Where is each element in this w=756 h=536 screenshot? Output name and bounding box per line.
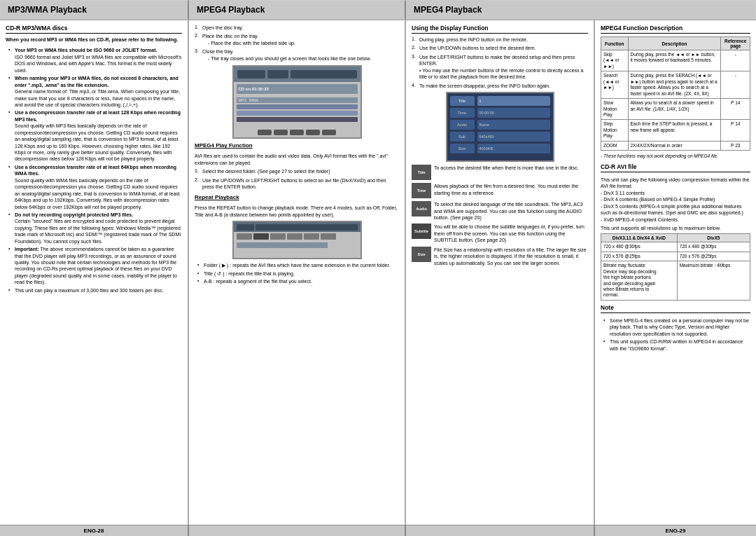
val-audio: Name (477, 120, 550, 130)
footer-bullet-folder: • Folder ( ▶ ) : repeats the AVI files w… (195, 262, 399, 268)
repeat-header: Repeat Playback (195, 194, 399, 200)
headers-row: MP3/WMA Playback MPEG4 Playback MPEG4 Pl… (0, 0, 756, 20)
func-table: Function Description Reference page Skip… (601, 36, 750, 151)
divx-row-1: 720 x 480 @30fps 720 x 480 @30fps (601, 242, 750, 252)
footer-mid1 (189, 525, 406, 536)
mp3-bullet-5-text: Do not try recording copyright protected… (15, 212, 182, 245)
play-function-header: MPEG4 Play Function (195, 142, 399, 149)
cd-avi-text: This unit can play the following video c… (601, 177, 750, 223)
func-row-step: Step Motion Play Each time the STEP butt… (601, 120, 750, 141)
ctrl-btn-3 (290, 130, 304, 135)
display-step-4: 4. To make the screen disappear, press t… (412, 83, 588, 89)
display-screen-container: Title Time Audio Sub Size (412, 92, 588, 162)
icon-title-btn: Title (450, 96, 475, 106)
val-title: 1 (477, 96, 550, 106)
screen-controls (234, 130, 360, 135)
icon-audio-btn: Audio (450, 120, 475, 130)
footer-mid2 (406, 525, 595, 536)
val-size: 4000KB (477, 144, 550, 153)
mp3-bullet-7-text: This unit can play a maximum of 3,000 fi… (15, 287, 182, 294)
footer-eng-29: ENG-29 (595, 525, 756, 536)
footer-bullet-title: • Title ( ↺ ) : repeats the title that i… (195, 270, 399, 277)
display-sub-header: Using the Display Function (412, 25, 588, 34)
icon-time: Time (412, 183, 431, 198)
func-note: - These functions may not work depending… (601, 153, 750, 160)
step-2: 2. Place the disc on the tray. - Place t… (195, 33, 399, 46)
bullet-dot-1: • (8, 47, 13, 74)
mpeg4-1-header-title: MPEG4 Playback (197, 5, 265, 15)
screen-title-bar: CD on 01:30:33 (237, 84, 358, 94)
mp3-bullet-1: • Your MP3 or WMA files should be ISO 96… (6, 47, 182, 74)
bullet-dot-3: • (8, 109, 13, 163)
icon-time-btn: Time (450, 108, 475, 118)
play-step-1: 1. Select the desired folder. (See page … (195, 168, 399, 174)
mp3-bullet-2-text: When naming your MP3 or WMA files, do no… (15, 75, 182, 108)
func-row-slow: Slow Motion Play Allows you to search at… (601, 99, 750, 120)
ctrl-btn-5 (322, 130, 336, 135)
mp3-bullet-4-text: Use a decompression transfer rate of at … (15, 164, 182, 210)
mp3-bullet-5: • Do not try recording copyright protect… (6, 212, 182, 245)
bullet-dot-6: • (8, 246, 13, 286)
step-1: 1. Open the disc tray. (195, 25, 399, 31)
screen-mockup-2 (232, 221, 362, 259)
val-time: 00:00:00 (477, 108, 550, 118)
note-bullet-2: • This unit supports CD-R/RW written in … (601, 338, 750, 352)
screen-bar-2 (267, 70, 288, 78)
screen-top-bar (234, 67, 360, 82)
func-row-zoom: ZOOM 2X/4X/2X/Normal in order P 23 (601, 141, 750, 150)
sm2-btns2 (234, 241, 360, 249)
icon-row-title: Title To access the desired title when t… (412, 165, 588, 180)
mp3-header-title: MP3/WMA Playback (8, 5, 87, 15)
bullet-dot-7: • (8, 287, 13, 294)
page-container: MP3/WMA Playback MPEG4 Playback MPEG4 Pl… (0, 0, 756, 536)
func-col-desc: Description (628, 37, 721, 50)
footer-bullet-ab: • A-B : repeats a segment of the file th… (195, 278, 399, 284)
screen-list: MP3 WMA (234, 96, 360, 123)
header-mpeg4-1: MPEG4 Playback (189, 0, 406, 20)
mp3-bold-intro: When you record MP3 or WMA files on CD-R… (6, 36, 182, 43)
mp3-bullet-4: • Use a decompression transfer rate of a… (6, 164, 182, 210)
col-mpeg4-left: 1. Open the disc tray. 2. Place the disc… (189, 20, 406, 525)
mp3-bullet-1-text: Your MP3 or WMA files should be ISO 9660… (15, 47, 182, 74)
bullet-dot-4: • (8, 164, 13, 210)
func-col-function: Function (601, 37, 629, 50)
divx-table: DivX3.11 & DivX4 & XviD DivX5 720 x 480 … (601, 233, 750, 301)
note-header: Note (601, 304, 750, 313)
col-mpeg4-mid: Using the Display Function 1. During pla… (406, 20, 595, 525)
val-subtitle: 640x480 (477, 132, 550, 142)
divx-row-2: 720 x 576 @25fps 720 x 576 @25fps (601, 252, 750, 261)
display-icons: Title Time Audio Sub Size (450, 96, 475, 158)
screen-bar-1 (237, 70, 265, 78)
play-function-text: AVI files are used to contain the audio … (195, 153, 399, 166)
func-sub-header: MPEG4 Function Description (601, 25, 750, 34)
screen-mockup: CD on 01:30:33 MP3 WMA (232, 65, 362, 139)
func-row-search: Search(◄◄ or ►►) During play, press the … (601, 71, 750, 99)
screen-list-item-3 (237, 111, 358, 116)
mpeg4-2-header-title: MPEG4 Playback (414, 5, 482, 15)
ctrl-btn-4 (306, 130, 320, 135)
icon-row-audio: Audio To select the desired language of … (412, 201, 588, 221)
icon-row-size: Size File Size has a relationship with r… (412, 247, 588, 266)
icon-row-subtitle: Subtitle You will be able to choose the … (412, 224, 588, 243)
sm2-btns (234, 232, 360, 241)
repeat-text: Press the REPEAT button to change playba… (195, 205, 399, 218)
icon-title: Title (412, 165, 431, 180)
bullet-dot-5: • (8, 212, 13, 245)
icon-size: Size (412, 247, 431, 262)
ctrl-btn-2 (274, 130, 288, 135)
icon-subtitle-btn: Sub (450, 132, 475, 142)
screen-mockup-2-container (195, 221, 399, 259)
display-step-2: 2. Use the UP/DOWN buttons to select the… (412, 45, 588, 51)
divx-col-old: DivX3.11 & DivX4 & XviD (601, 234, 678, 242)
icon-row-time: Time Allows playback of the film from a … (412, 183, 588, 198)
header-mpeg4-2: MPEG4 Playback (406, 0, 756, 20)
header-mp3: MP3/WMA Playback (0, 0, 189, 20)
screen-list-item-2 (237, 104, 358, 109)
screen-list-item-1: MP3 WMA (237, 97, 358, 103)
icon-size-btn: Size (450, 144, 475, 153)
func-row-skip: Skip(◄◄ or ►►) During play, press the ◄◄… (601, 50, 750, 71)
divx-col-5: DivX5 (677, 234, 750, 242)
mp3-bullet-6: • Important: The above recommendations c… (6, 246, 182, 286)
footer-row: ENG-28 ENG-29 (0, 525, 756, 536)
mp3-bullet-3-text: Use a decompression transfer rate of at … (15, 109, 182, 163)
